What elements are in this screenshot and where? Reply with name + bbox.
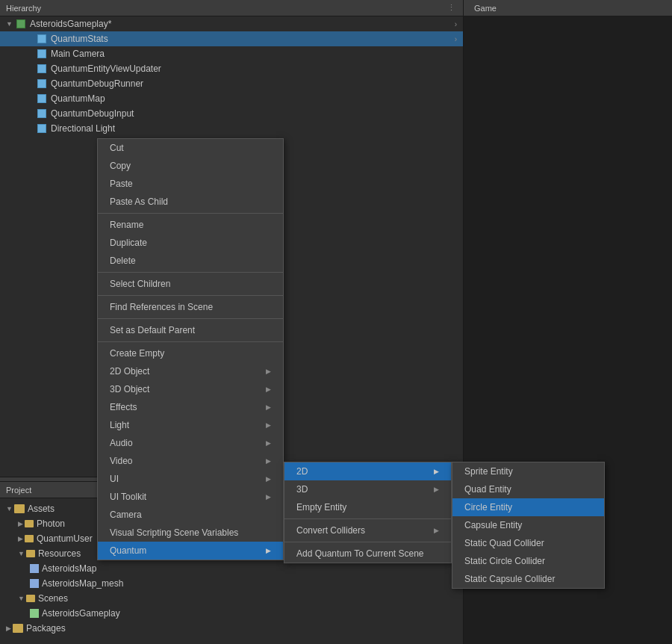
quantum-2d[interactable]: 2D ▶	[284, 462, 451, 480]
hierarchy-title: Hierarchy	[6, 4, 41, 13]
menu-cut[interactable]: Cut	[98, 139, 283, 157]
twod-static-capsule[interactable]: Static Capsule Collider	[452, 570, 604, 588]
tree-item-viewupdater[interactable]: QuantumEntityViewUpdater	[0, 61, 463, 76]
menu-delete[interactable]: Delete	[98, 252, 283, 270]
quantum-empty-entity[interactable]: Empty Entity	[284, 498, 451, 516]
tree-item-maincamera[interactable]: Main Camera	[0, 46, 463, 61]
menu-3d-object[interactable]: 3D Object ▶	[98, 380, 283, 398]
folder-label: Photon	[37, 518, 65, 529]
submenu-arrow: ▶	[266, 386, 271, 393]
hierarchy-header-icons: ⋮	[446, 3, 457, 13]
separator-4	[98, 318, 283, 319]
menu-visual-scripting[interactable]: Visual Scripting Scene Variables	[98, 524, 283, 542]
menu-effects[interactable]: Effects ▶	[98, 398, 283, 416]
menu-video[interactable]: Video ▶	[98, 452, 283, 470]
menu-duplicate[interactable]: Duplicate	[98, 234, 283, 252]
submenu-arrow: ▶	[266, 475, 271, 483]
folder-icon	[26, 550, 35, 557]
menu-ui[interactable]: UI ▶	[98, 470, 283, 488]
menu-paste[interactable]: Paste	[98, 175, 283, 193]
menu-audio[interactable]: Audio ▶	[98, 434, 283, 452]
folder-label: Packages	[26, 623, 66, 634]
expand-arrow: ▶	[6, 625, 11, 632]
folder-icon	[25, 535, 34, 542]
cube-icon	[36, 78, 48, 90]
menu-set-default-parent[interactable]: Set as Default Parent	[98, 321, 283, 339]
menu-find-references[interactable]: Find References in Scene	[98, 298, 283, 316]
tree-item-debugrunner[interactable]: QuantumDebugRunner	[0, 76, 463, 91]
submenu-arrow: ▶	[266, 403, 271, 411]
asset-asteroidsmap[interactable]: AsteroidsMap	[3, 561, 460, 576]
cube-icon	[36, 123, 48, 134]
item-label: QuantumDebugRunner	[51, 78, 143, 89]
item-arrow: ›	[455, 35, 457, 43]
separator-1	[98, 213, 283, 214]
twod-quad-entity[interactable]: Quad Entity	[452, 480, 604, 498]
folder-icon	[25, 520, 34, 527]
submenu-arrow: ▶	[266, 421, 271, 429]
scene-root[interactable]: ▼ AsteroidsGameplay* ›	[0, 16, 463, 31]
menu-quantum[interactable]: Quantum ▶	[98, 542, 283, 560]
tree-item-quantummap[interactable]: QuantumMap	[0, 91, 463, 106]
scene-asteroidsgameplay[interactable]: AsteroidsGameplay	[3, 606, 460, 621]
menu-rename[interactable]: Rename	[98, 216, 283, 234]
menu-light[interactable]: Light ▶	[98, 416, 283, 434]
menu-paste-as-child[interactable]: Paste As Child	[98, 193, 283, 211]
scene-chevron: ›	[455, 20, 457, 28]
scene-label: AsteroidsGameplay*	[30, 19, 111, 29]
context-menu: Cut Copy Paste Paste As Child Rename Dup…	[97, 138, 284, 560]
quantum-submenu: 2D ▶ 3D ▶ Empty Entity Convert Colliders…	[284, 462, 452, 563]
asset-asteroidsmap-mesh[interactable]: AsteroidsMap_mesh	[3, 576, 460, 591]
separator-2	[98, 272, 283, 273]
cube-icon	[36, 48, 48, 60]
twod-static-quad[interactable]: Static Quad Collider	[452, 534, 604, 552]
twod-circle-entity[interactable]: Circle Entity	[452, 498, 604, 516]
quantum-convert-colliders[interactable]: Convert Colliders ▶	[284, 521, 451, 539]
asset-icon	[30, 579, 39, 588]
separator	[284, 542, 451, 542]
hierarchy-header: Hierarchy ⋮	[0, 0, 463, 16]
menu-2d-object[interactable]: 2D Object ▶	[98, 362, 283, 380]
menu-select-children[interactable]: Select Children	[98, 275, 283, 293]
twod-sprite-entity[interactable]: Sprite Entity	[452, 462, 604, 480]
separator-3	[98, 295, 283, 296]
hierarchy-menu-icon[interactable]: ⋮	[446, 3, 457, 13]
quantum-3d[interactable]: 3D ▶	[284, 480, 451, 498]
scene-label: AsteroidsGameplay	[42, 608, 120, 619]
separator	[284, 518, 451, 519]
twod-static-circle[interactable]: Static Circle Collider	[452, 552, 604, 570]
asset-label: AsteroidsMap_mesh	[42, 578, 123, 589]
submenu-arrow: ▶	[434, 486, 439, 493]
folder-label: Scenes	[38, 593, 68, 604]
menu-ui-toolkit[interactable]: UI Toolkit ▶	[98, 488, 283, 506]
twod-capsule-entity[interactable]: Capsule Entity	[452, 516, 604, 534]
item-label: Main Camera	[51, 49, 105, 59]
separator-5	[98, 341, 283, 342]
game-tab[interactable]: Game	[470, 2, 501, 14]
folder-packages[interactable]: ▶ Packages	[3, 621, 460, 636]
tree-item-debuginput[interactable]: QuantumDebugInput	[0, 106, 463, 121]
folder-scenes[interactable]: ▼ Scenes	[3, 591, 460, 606]
expand-arrow: ▼	[6, 20, 15, 28]
menu-create-empty[interactable]: Create Empty	[98, 344, 283, 362]
cube-icon	[36, 93, 48, 105]
menu-camera[interactable]: Camera	[98, 506, 283, 524]
tree-item-quantumstats[interactable]: QuantumStats ›	[0, 31, 463, 46]
item-label: QuantumStats	[51, 34, 108, 44]
expand-arrow: ▶	[18, 520, 23, 527]
tree-item-dirlight[interactable]: Directional Light	[0, 121, 463, 136]
folder-label: QuantumUser	[37, 533, 93, 544]
scene-icon	[15, 18, 27, 30]
submenu-arrow: ▶	[266, 457, 271, 465]
expand-arrow: ▼	[18, 550, 25, 557]
quantum-add-to-scene[interactable]: Add Quantum To Current Scene	[284, 545, 451, 563]
cube-icon	[36, 63, 48, 75]
submenu-arrow: ▶	[266, 368, 271, 375]
submenu-arrow: ▶	[266, 547, 271, 554]
menu-copy[interactable]: Copy	[98, 157, 283, 175]
asset-label: AsteroidsMap	[42, 563, 96, 574]
scene-root-item: ▼ AsteroidsGameplay* ›	[0, 16, 463, 31]
folder-label: Resources	[38, 548, 81, 559]
cube-icon	[36, 108, 48, 120]
submenu-arrow: ▶	[266, 493, 271, 501]
